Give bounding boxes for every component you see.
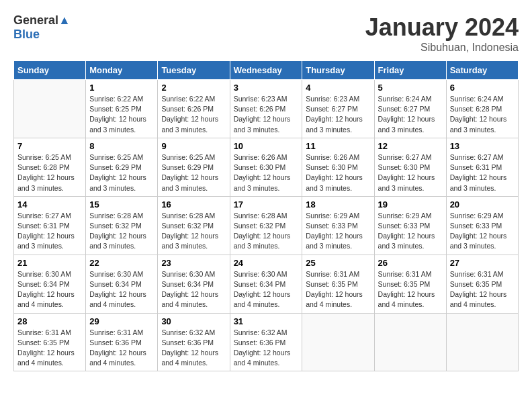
weekday-header-cell: Saturday	[446, 61, 518, 80]
day-number: 22	[89, 258, 154, 268]
calendar-day-cell: 15Sunrise: 6:28 AMSunset: 6:32 PMDayligh…	[86, 196, 158, 255]
day-info: Sunrise: 6:25 AMSunset: 6:29 PMDaylight:…	[89, 152, 154, 193]
calendar-week-row: 14Sunrise: 6:27 AMSunset: 6:31 PMDayligh…	[14, 196, 519, 255]
calendar-day-cell: 1Sunrise: 6:22 AMSunset: 6:25 PMDaylight…	[86, 80, 158, 138]
weekday-header-cell: Sunday	[14, 61, 86, 80]
day-info: Sunrise: 6:28 AMSunset: 6:32 PMDaylight:…	[161, 211, 226, 252]
day-info: Sunrise: 6:22 AMSunset: 6:26 PMDaylight:…	[161, 94, 226, 135]
day-number: 28	[17, 316, 82, 326]
calendar-week-row: 7Sunrise: 6:25 AMSunset: 6:28 PMDaylight…	[14, 138, 519, 196]
calendar-day-cell: 10Sunrise: 6:26 AMSunset: 6:30 PMDayligh…	[230, 138, 302, 196]
day-info: Sunrise: 6:28 AMSunset: 6:32 PMDaylight:…	[89, 211, 154, 252]
calendar-day-cell: 26Sunrise: 6:31 AMSunset: 6:35 PMDayligh…	[374, 255, 446, 313]
day-number: 20	[450, 199, 515, 210]
day-number: 25	[306, 258, 370, 268]
day-number: 29	[89, 316, 154, 326]
day-info: Sunrise: 6:23 AMSunset: 6:26 PMDaylight:…	[234, 94, 299, 135]
logo: General▲ Blue	[13, 13, 71, 42]
day-number: 31	[234, 316, 299, 326]
day-number: 7	[17, 141, 82, 151]
day-number: 18	[306, 199, 370, 210]
calendar-body: 1Sunrise: 6:22 AMSunset: 6:25 PMDaylight…	[14, 80, 519, 371]
day-info: Sunrise: 6:30 AMSunset: 6:34 PMDaylight:…	[161, 269, 226, 310]
calendar-day-cell: 9Sunrise: 6:25 AMSunset: 6:29 PMDaylight…	[158, 138, 230, 196]
day-info: Sunrise: 6:24 AMSunset: 6:28 PMDaylight:…	[450, 94, 515, 135]
day-number: 14	[17, 199, 82, 210]
calendar-day-cell: 27Sunrise: 6:31 AMSunset: 6:35 PMDayligh…	[446, 255, 518, 313]
day-info: Sunrise: 6:22 AMSunset: 6:25 PMDaylight:…	[89, 94, 154, 135]
day-number: 13	[450, 141, 515, 151]
page-header: General▲ Blue January 2024 Sibuhuan, Ind…	[13, 13, 519, 54]
day-info: Sunrise: 6:32 AMSunset: 6:36 PMDaylight:…	[161, 328, 226, 369]
calendar-day-cell: 20Sunrise: 6:29 AMSunset: 6:33 PMDayligh…	[446, 196, 518, 255]
day-number: 21	[17, 258, 82, 268]
day-info: Sunrise: 6:27 AMSunset: 6:31 PMDaylight:…	[450, 152, 515, 193]
day-info: Sunrise: 6:29 AMSunset: 6:33 PMDaylight:…	[378, 211, 443, 252]
day-info: Sunrise: 6:24 AMSunset: 6:27 PMDaylight:…	[378, 94, 443, 135]
weekday-header-cell: Friday	[374, 61, 446, 80]
calendar-day-cell	[14, 80, 86, 138]
calendar-day-cell: 7Sunrise: 6:25 AMSunset: 6:28 PMDaylight…	[14, 138, 86, 196]
weekday-header-cell: Thursday	[302, 61, 374, 80]
day-info: Sunrise: 6:23 AMSunset: 6:27 PMDaylight:…	[306, 94, 370, 135]
calendar-day-cell: 30Sunrise: 6:32 AMSunset: 6:36 PMDayligh…	[158, 313, 230, 371]
calendar-week-row: 28Sunrise: 6:31 AMSunset: 6:35 PMDayligh…	[14, 313, 519, 371]
calendar-day-cell: 16Sunrise: 6:28 AMSunset: 6:32 PMDayligh…	[158, 196, 230, 255]
location-subtitle: Sibuhuan, Indonesia	[365, 42, 519, 54]
day-number: 9	[161, 141, 226, 151]
calendar-day-cell: 6Sunrise: 6:24 AMSunset: 6:28 PMDaylight…	[446, 80, 518, 138]
calendar-day-cell: 22Sunrise: 6:30 AMSunset: 6:34 PMDayligh…	[86, 255, 158, 313]
calendar-day-cell	[302, 313, 374, 371]
day-info: Sunrise: 6:27 AMSunset: 6:30 PMDaylight:…	[378, 152, 443, 193]
calendar-day-cell: 29Sunrise: 6:31 AMSunset: 6:36 PMDayligh…	[86, 313, 158, 371]
calendar-day-cell	[374, 313, 446, 371]
day-info: Sunrise: 6:26 AMSunset: 6:30 PMDaylight:…	[306, 152, 370, 193]
calendar-day-cell: 31Sunrise: 6:32 AMSunset: 6:36 PMDayligh…	[230, 313, 302, 371]
calendar-day-cell: 21Sunrise: 6:30 AMSunset: 6:34 PMDayligh…	[14, 255, 86, 313]
day-number: 3	[234, 83, 299, 93]
month-title: January 2024	[365, 13, 519, 42]
weekday-header-cell: Tuesday	[158, 61, 230, 80]
day-number: 30	[161, 316, 226, 326]
day-info: Sunrise: 6:30 AMSunset: 6:34 PMDaylight:…	[17, 269, 82, 310]
day-info: Sunrise: 6:28 AMSunset: 6:32 PMDaylight:…	[234, 211, 299, 252]
day-number: 6	[450, 83, 515, 93]
calendar-day-cell: 28Sunrise: 6:31 AMSunset: 6:35 PMDayligh…	[14, 313, 86, 371]
calendar-day-cell: 13Sunrise: 6:27 AMSunset: 6:31 PMDayligh…	[446, 138, 518, 196]
day-number: 2	[161, 83, 226, 93]
day-info: Sunrise: 6:31 AMSunset: 6:35 PMDaylight:…	[306, 269, 370, 310]
day-info: Sunrise: 6:26 AMSunset: 6:30 PMDaylight:…	[234, 152, 299, 193]
calendar-day-cell: 11Sunrise: 6:26 AMSunset: 6:30 PMDayligh…	[302, 138, 374, 196]
day-info: Sunrise: 6:31 AMSunset: 6:35 PMDaylight:…	[450, 269, 515, 310]
day-number: 15	[89, 199, 154, 210]
calendar-day-cell: 23Sunrise: 6:30 AMSunset: 6:34 PMDayligh…	[158, 255, 230, 313]
day-info: Sunrise: 6:29 AMSunset: 6:33 PMDaylight:…	[306, 211, 370, 252]
calendar-day-cell: 14Sunrise: 6:27 AMSunset: 6:31 PMDayligh…	[14, 196, 86, 255]
day-number: 10	[234, 141, 299, 151]
day-number: 1	[89, 83, 154, 93]
day-info: Sunrise: 6:27 AMSunset: 6:31 PMDaylight:…	[17, 211, 82, 252]
calendar-table: SundayMondayTuesdayWednesdayThursdayFrid…	[13, 60, 519, 371]
calendar-day-cell: 5Sunrise: 6:24 AMSunset: 6:27 PMDaylight…	[374, 80, 446, 138]
day-number: 17	[234, 199, 299, 210]
calendar-day-cell: 17Sunrise: 6:28 AMSunset: 6:32 PMDayligh…	[230, 196, 302, 255]
day-info: Sunrise: 6:30 AMSunset: 6:34 PMDaylight:…	[89, 269, 154, 310]
day-info: Sunrise: 6:30 AMSunset: 6:34 PMDaylight:…	[234, 269, 299, 310]
calendar-day-cell: 4Sunrise: 6:23 AMSunset: 6:27 PMDaylight…	[302, 80, 374, 138]
calendar-day-cell: 8Sunrise: 6:25 AMSunset: 6:29 PMDaylight…	[86, 138, 158, 196]
day-number: 12	[378, 141, 443, 151]
day-number: 8	[89, 141, 154, 151]
calendar-day-cell	[446, 313, 518, 371]
day-info: Sunrise: 6:29 AMSunset: 6:33 PMDaylight:…	[450, 211, 515, 252]
calendar-day-cell: 18Sunrise: 6:29 AMSunset: 6:33 PMDayligh…	[302, 196, 374, 255]
weekday-header-row: SundayMondayTuesdayWednesdayThursdayFrid…	[14, 61, 519, 80]
day-info: Sunrise: 6:25 AMSunset: 6:29 PMDaylight:…	[161, 152, 226, 193]
day-number: 11	[306, 141, 370, 151]
day-info: Sunrise: 6:25 AMSunset: 6:28 PMDaylight:…	[17, 152, 82, 193]
calendar-day-cell: 3Sunrise: 6:23 AMSunset: 6:26 PMDaylight…	[230, 80, 302, 138]
calendar-day-cell: 12Sunrise: 6:27 AMSunset: 6:30 PMDayligh…	[374, 138, 446, 196]
day-number: 24	[234, 258, 299, 268]
day-number: 4	[306, 83, 370, 93]
day-number: 26	[378, 258, 443, 268]
calendar-week-row: 21Sunrise: 6:30 AMSunset: 6:34 PMDayligh…	[14, 255, 519, 313]
